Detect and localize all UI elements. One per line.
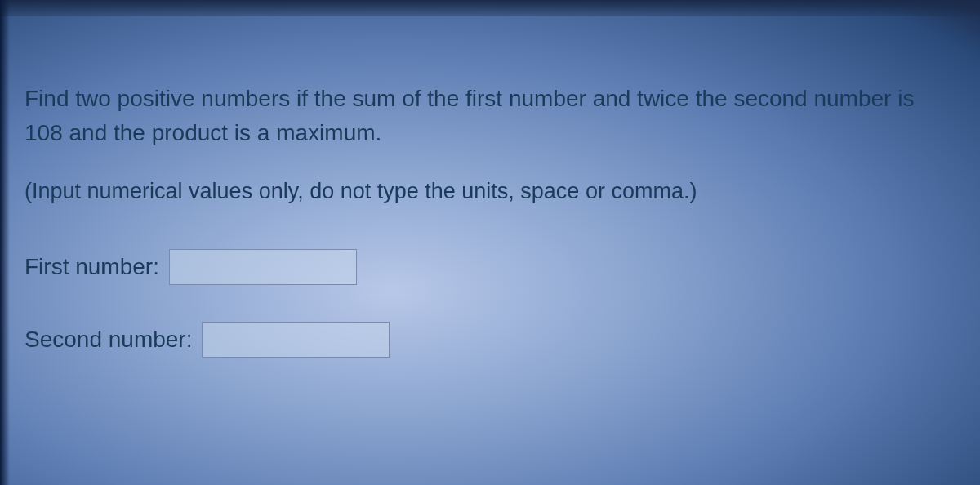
second-number-row: Second number: [24,322,956,358]
first-number-row: First number: [24,249,956,285]
second-number-label: Second number: [24,327,192,353]
left-border [0,0,10,485]
top-border [0,0,980,16]
first-number-label: First number: [24,254,159,280]
question-instruction: (Input numerical values only, do not typ… [24,175,956,208]
question-prompt: Find two positive numbers if the sum of … [24,82,956,150]
question-content: Find two positive numbers if the sum of … [0,0,980,419]
first-number-input[interactable] [169,249,357,285]
second-number-input[interactable] [202,322,390,358]
